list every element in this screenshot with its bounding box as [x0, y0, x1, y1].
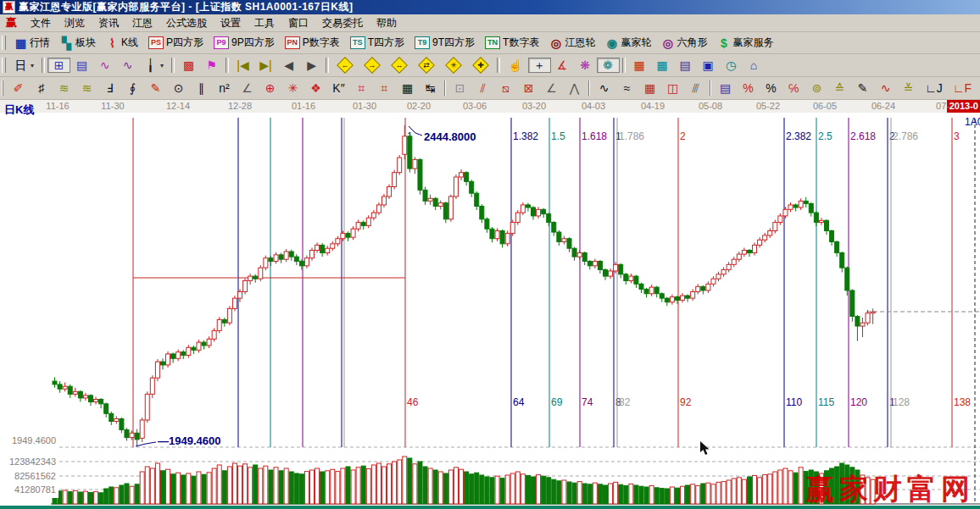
k-double-tool[interactable]: K″ [327, 80, 350, 96]
chart-canvas[interactable]: 1461.382641.5691.61874181.786822922.3821… [0, 113, 980, 506]
prev-bar-button[interactable]: ◀ [277, 58, 300, 73]
calculator-button[interactable]: ▦ [651, 58, 674, 73]
spiderweb-tool[interactable]: ✳ [281, 80, 304, 96]
wave-tool[interactable]: ≈ [615, 80, 638, 96]
web-box-tool[interactable]: ❖ [304, 80, 327, 96]
menu-item-8[interactable]: 窗口 [281, 14, 315, 32]
fan-box-tool[interactable]: ⧅ [494, 80, 517, 96]
candle-style-dropdown[interactable]: ╽▾ [139, 58, 169, 73]
system-button[interactable]: ⌂ [743, 58, 766, 73]
winner-wheel-button[interactable]: ◉赢家轮 [600, 34, 656, 52]
menu-item-4[interactable]: 江恩 [125, 14, 159, 32]
title-bar[interactable]: 赢 赢家江恩专业版[赢家内部服务平台] - [上证指数 SH1A0001-167… [0, 0, 980, 14]
span-arrow-tool[interactable]: ↹ [419, 80, 442, 96]
toolbar-grip[interactable] [2, 58, 6, 73]
f-grid-tool[interactable]: Ⅎ [98, 80, 121, 96]
trend-lines-tool[interactable]: ⋀ [563, 80, 586, 96]
nine-t-square-button[interactable]: T99T四方形 [409, 34, 480, 52]
period-day-dropdown[interactable]: 日▾ [9, 58, 39, 73]
shen-grid-tool[interactable]: ⌗ [350, 80, 373, 96]
brain-button[interactable]: ❁ [597, 58, 620, 73]
percent-line-tool[interactable]: ℅ [782, 80, 805, 96]
percent-red-tool[interactable]: % [737, 80, 760, 96]
time-circle-tool[interactable]: ⊙ [167, 80, 190, 96]
number-grid-tool[interactable]: ▦ [396, 80, 419, 96]
window-layout-button[interactable]: ⊞ [47, 58, 70, 73]
first-page-button[interactable]: |◀ [231, 58, 254, 73]
save-button[interactable]: ▣ [697, 58, 720, 73]
bars-panel-tool[interactable]: ▤ [714, 80, 737, 96]
angle-tool[interactable]: ∠ [236, 80, 259, 96]
quote-table-button[interactable]: ▦行情 [9, 34, 55, 52]
gann-box-button[interactable]: ▩ [177, 58, 200, 73]
red-grid-tool[interactable]: ▦ [638, 80, 661, 96]
next-bar-button[interactable]: ▶ [300, 58, 323, 73]
shift-right-diamond-button[interactable]: → [359, 58, 386, 73]
gold-line-tool[interactable]: ≙ [828, 80, 851, 96]
zigzag-tool[interactable]: ∿ [593, 80, 615, 96]
compress-diamond-button[interactable]: ⇄ [413, 58, 440, 73]
red-box-tool[interactable]: ◫ [661, 80, 684, 96]
menu-item-5[interactable]: 公式选股 [159, 14, 214, 32]
menu-item-3[interactable]: 资讯 [92, 14, 125, 32]
menu-item-2[interactable]: 浏览 [58, 14, 92, 32]
expand-h-diamond-button[interactable]: ↔ [386, 58, 413, 73]
gold-circle-tool[interactable]: ⊚ [805, 80, 828, 96]
menu-item-10[interactable]: 帮助 [370, 14, 404, 32]
pan-hand-button[interactable]: ☝ [503, 58, 527, 73]
gold-grid2-tool[interactable]: ≋ [75, 80, 98, 96]
gold-grid-tool[interactable]: ≋ [53, 80, 75, 96]
wave-red-tool[interactable]: ∿ [874, 80, 897, 96]
angle-measure-button[interactable]: ∡ [551, 58, 574, 73]
info-panel-button[interactable]: ▤ [70, 58, 93, 73]
gann-fan-tool[interactable]: ⫽ [471, 80, 494, 96]
web-tool-button[interactable]: ❋ [574, 58, 597, 73]
p-square-button[interactable]: PSP四方形 [143, 34, 209, 52]
hexagon-button[interactable]: ◎六角形 [656, 34, 712, 52]
notes-button[interactable]: ▤ [674, 58, 697, 73]
pen2-tool[interactable]: ✎ [144, 80, 167, 96]
gold-line2-tool[interactable]: ≚ [897, 80, 920, 96]
box-handle-tool[interactable]: ⊡ [448, 80, 471, 96]
web-box2-tool[interactable]: ⊠ [517, 80, 540, 96]
angle2-tool[interactable]: ∠ [540, 80, 563, 96]
s-grid-tool[interactable]: ∮ [121, 80, 144, 96]
sector-button[interactable]: ▚板块 [55, 34, 101, 52]
slash-lines-tool[interactable]: ⫻ [684, 80, 707, 96]
menu-item-7[interactable]: 工具 [248, 14, 281, 32]
gann-wheel-button[interactable]: ◎江恩轮 [544, 34, 600, 52]
candle-pen-tool[interactable]: ✎ [851, 80, 874, 96]
menu-item-6[interactable]: 设置 [214, 14, 248, 32]
shift-left-diamond-button[interactable]: ← [331, 58, 359, 73]
percent-tool[interactable]: % [760, 80, 782, 96]
zoom-out-diamond-button[interactable]: ✳ [440, 58, 467, 73]
crosshair-button[interactable]: ＋ [528, 58, 551, 73]
menu-item-1[interactable]: 文件 [24, 14, 58, 32]
ying-grid-tool[interactable]: ⌗ [373, 80, 396, 96]
last-page-button[interactable]: ▶| [254, 58, 277, 73]
gold-angle-tool[interactable]: ∟ [977, 80, 980, 96]
toolbar-grip[interactable] [2, 80, 3, 96]
n-square-tool[interactable]: n² [213, 80, 236, 96]
t-number-table-button[interactable]: TNT数字表 [480, 34, 544, 52]
winner-service-button[interactable]: $赢家服务 [712, 34, 778, 52]
timer-doc-button[interactable]: ◷ [720, 58, 743, 73]
draw-pen-tool[interactable]: ✐ [7, 80, 30, 96]
bar-count-tool[interactable]: ∥ [190, 80, 213, 96]
compass-tool[interactable]: ⊕ [259, 80, 281, 96]
menu-item-9[interactable]: 交易委托 [315, 14, 370, 32]
kline-button[interactable]: ⌇K线 [101, 34, 143, 52]
p-number-table-button[interactable]: PNP数字表 [280, 34, 345, 52]
grid-lines-tool[interactable]: ♯ [30, 80, 53, 96]
chart-3d-button[interactable]: ∿ [93, 58, 116, 73]
nine-p-square-button[interactable]: P99P四方形 [209, 34, 280, 52]
f-angle-tool[interactable]: ∟F [948, 80, 977, 96]
kline-chart[interactable]: 1461.382641.5691.61874181.786822922.3821… [0, 113, 980, 506]
calendar-button[interactable]: ▦ [628, 58, 651, 73]
chart-9-button[interactable]: ∿ [116, 58, 139, 73]
j-angle-tool[interactable]: ∟J [920, 80, 948, 96]
t-square-button[interactable]: TST四方形 [345, 34, 409, 52]
toolbar-grip[interactable] [2, 36, 6, 51]
color-chart-button[interactable]: ⚑ [200, 58, 223, 73]
zoom-all-diamond-button[interactable]: ✚ [467, 58, 494, 73]
